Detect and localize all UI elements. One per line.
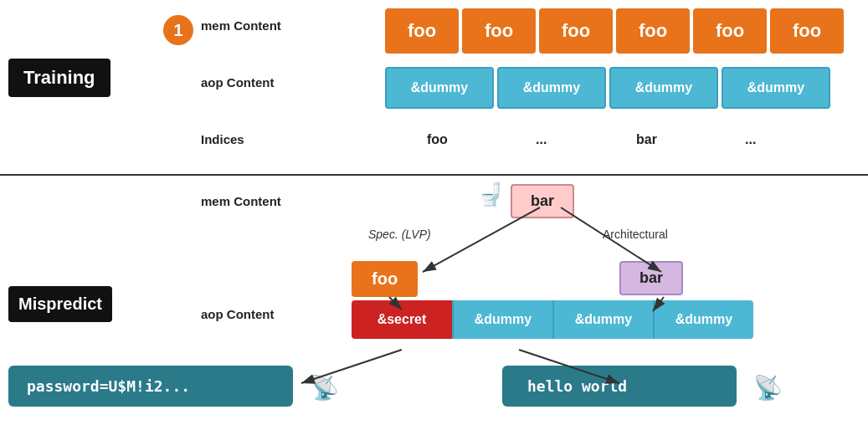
foo-box-6: foo	[770, 8, 844, 54]
dummy-bot-3: &dummy	[653, 300, 753, 339]
mem-content-label-bot: mem Content	[201, 194, 281, 208]
aop-content-label-bot: aop Content	[201, 307, 275, 321]
dummy-bot-2: &dummy	[552, 300, 653, 339]
password-box: password=U$M!i2...	[8, 366, 293, 407]
bar-box-arch: bar	[619, 261, 683, 295]
mispredict-label: Mispredict	[8, 286, 112, 322]
foo-boxes-row: foo foo foo foo foo foo	[385, 8, 844, 54]
foo-box-1: foo	[385, 8, 459, 54]
dummy-boxes-row: &dummy &dummy &dummy &dummy	[385, 67, 830, 109]
indices-bar: bar	[636, 132, 657, 147]
satellite-5-icon: 📡	[753, 374, 783, 402]
aop-content-label-top: aop Content	[201, 75, 275, 90]
mispredict-section: Mispredict mem Content 🚽 bar Spec. (LVP)…	[0, 177, 868, 425]
spec-lvp-label: Spec. (LVP)	[368, 228, 431, 241]
foo-box-3: foo	[539, 8, 613, 54]
hello-world-box: hello world	[502, 366, 737, 407]
training-section: 1 Training mem Content foo foo foo foo f…	[0, 0, 868, 176]
secret-box: &secret	[352, 300, 452, 339]
training-label: Training	[8, 59, 110, 97]
circle-1: 1	[163, 15, 193, 45]
indices-dots2: ...	[745, 132, 756, 147]
indices-label: Indices	[201, 132, 244, 146]
mem-content-label-top: mem Content	[201, 18, 281, 33]
foo-box-2: foo	[462, 8, 536, 54]
arch-label: Architectural	[603, 228, 668, 241]
indices-dots1: ...	[536, 132, 547, 147]
foo-box-5: foo	[693, 8, 767, 54]
dummy-bot-1: &dummy	[452, 300, 552, 339]
bar-box-top: bar	[511, 184, 574, 218]
satellite-3-icon: 📡	[310, 374, 339, 402]
dummy-box-4: &dummy	[722, 67, 830, 109]
dummy-box-3: &dummy	[609, 67, 718, 109]
dummy-box-1: &dummy	[385, 67, 494, 109]
toilet-icon: 🚽	[477, 182, 504, 207]
dummy-box-2: &dummy	[497, 67, 606, 109]
foo-box-4: foo	[616, 8, 690, 54]
aop-boxes-row-bot: &secret &dummy &dummy &dummy	[352, 300, 753, 339]
indices-foo: foo	[427, 132, 448, 147]
foo-box-mid: foo	[352, 261, 418, 297]
